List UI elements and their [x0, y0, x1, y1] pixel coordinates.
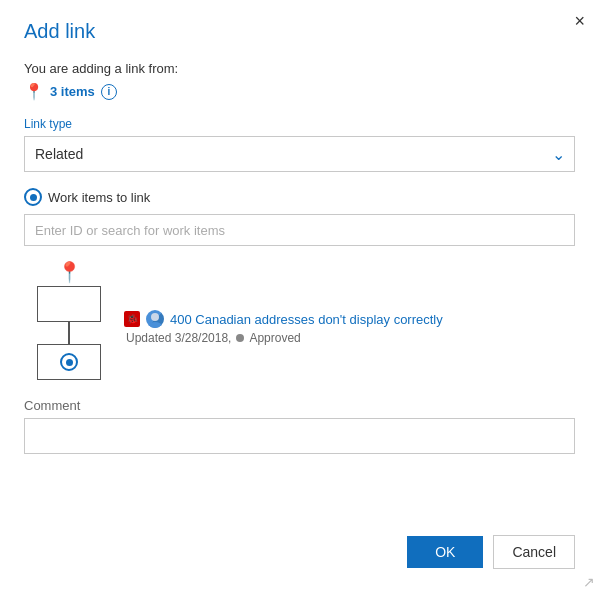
comment-label: Comment: [24, 398, 575, 413]
work-items-label-row: Work items to link: [24, 188, 575, 206]
avatar-icon: [146, 310, 164, 328]
resize-handle-icon[interactable]: ↗: [583, 575, 595, 589]
items-row: 📍 3 items i: [24, 82, 575, 101]
comment-section: Comment: [24, 398, 575, 454]
diagram-target-inner: [66, 359, 73, 366]
svg-point-1: [148, 322, 162, 328]
status-dot-icon: [236, 334, 244, 342]
link-type-select-wrapper: Related Child Parent Duplicate Duplicate…: [24, 136, 575, 172]
cancel-button[interactable]: Cancel: [493, 535, 575, 569]
link-type-select[interactable]: Related Child Parent Duplicate Duplicate…: [24, 136, 575, 172]
subtitle-text: You are adding a link from:: [24, 61, 575, 76]
link-diagram: 📍 🐞 400 Canadian addresses don't display…: [24, 260, 575, 380]
bug-icon: 🐞: [124, 311, 140, 327]
info-icon[interactable]: i: [101, 84, 117, 100]
diagram-top-box: [37, 286, 101, 322]
work-items-search-input[interactable]: [24, 214, 575, 246]
close-button[interactable]: ×: [574, 12, 585, 30]
diagram-pin-icon: 📍: [57, 260, 82, 284]
target-icon-inner: [30, 194, 37, 201]
target-icon: [24, 188, 42, 206]
items-count: 3 items: [50, 84, 95, 99]
work-item-meta: Updated 3/28/2018, Approved: [126, 331, 575, 345]
work-item-link[interactable]: 400 Canadian addresses don't display cor…: [170, 312, 443, 327]
diagram-connector: [68, 322, 70, 344]
work-item-updated: Updated 3/28/2018,: [126, 331, 231, 345]
diagram-target-icon: [60, 353, 78, 371]
diagram-bottom-node: [37, 344, 101, 380]
dialog-footer: OK Cancel: [407, 535, 575, 569]
svg-point-0: [151, 313, 159, 321]
diagram-top-node: 📍: [37, 260, 101, 322]
link-type-label: Link type: [24, 117, 575, 131]
comment-input[interactable]: [24, 418, 575, 454]
work-item-status: Approved: [249, 331, 300, 345]
work-items-label-text: Work items to link: [48, 190, 150, 205]
location-pin-icon: 📍: [24, 82, 44, 101]
add-link-dialog: × Add link You are adding a link from: 📍…: [0, 0, 599, 593]
work-item-info: 🐞 400 Canadian addresses don't display c…: [124, 260, 575, 345]
work-item-header: 🐞 400 Canadian addresses don't display c…: [124, 310, 575, 328]
diagram-bottom-box: [37, 344, 101, 380]
dialog-title: Add link: [24, 20, 575, 43]
diagram-nodes: 📍: [24, 260, 114, 380]
ok-button[interactable]: OK: [407, 536, 483, 568]
